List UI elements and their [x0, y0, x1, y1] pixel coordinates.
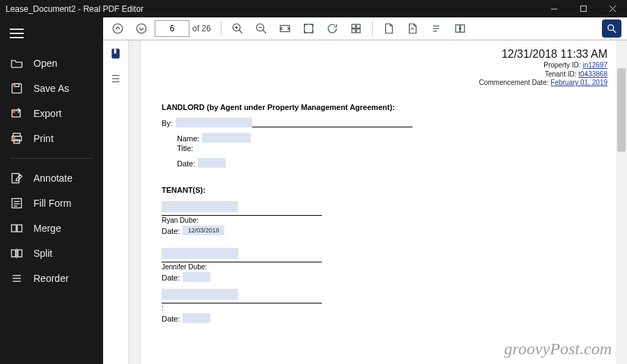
app-body: Open Save As Export Print Annotate: [0, 17, 627, 364]
zoom-out-button[interactable]: [251, 19, 272, 38]
page-header: 12/31/2018 11:33 AM Property ID: in12697…: [162, 47, 607, 88]
work-area: of 26: [103, 17, 627, 364]
svg-rect-19: [17, 225, 22, 232]
form-field[interactable]: [162, 289, 238, 300]
sidebar-item-print[interactable]: Print: [0, 126, 103, 151]
header-commencement-line: Commencement Date: February 01, 2019: [162, 79, 607, 88]
search-button[interactable]: [602, 19, 621, 38]
form-field[interactable]: [183, 272, 210, 282]
sidebar-item-label: Open: [33, 58, 57, 69]
form-field[interactable]: [198, 158, 226, 168]
toolbar-separator: [372, 21, 373, 36]
toolbar: of 26: [103, 17, 627, 40]
sidebar: Open Save As Export Print Annotate: [0, 17, 103, 364]
title-bar: Lease_Document2 - Real PDF Editor: [0, 0, 627, 17]
sidebar-item-label: Print: [33, 133, 54, 144]
next-page-button[interactable]: [131, 19, 152, 38]
svg-rect-37: [356, 24, 359, 28]
minimize-button[interactable]: [539, 0, 568, 17]
close-button[interactable]: [598, 0, 627, 17]
form-field[interactable]: [202, 133, 251, 143]
text-button[interactable]: [426, 19, 447, 38]
maximize-button[interactable]: [568, 0, 598, 17]
svg-rect-34: [280, 26, 290, 32]
viewer: 12/31/2018 11:33 AM Property ID: in12697…: [103, 40, 627, 364]
commencement-date-link[interactable]: February 01, 2019: [550, 79, 607, 86]
tenant1-name: Ryan Dube:: [162, 216, 329, 224]
vertical-scrollbar[interactable]: [616, 40, 627, 364]
sidebar-item-label: Annotate: [33, 173, 72, 184]
date-label: Date:: [162, 315, 180, 323]
header-tenant-line: Tenant ID: t0433868: [162, 70, 607, 79]
page-total-label: of 26: [192, 24, 211, 33]
tenant3-name: :: [162, 304, 329, 312]
svg-line-46: [613, 30, 616, 33]
form-field[interactable]: [162, 201, 238, 212]
tenant-id-link[interactable]: t0433868: [578, 70, 607, 78]
extract-button[interactable]: [449, 19, 470, 38]
thumbnails-button[interactable]: [346, 19, 366, 38]
property-id-link[interactable]: in12697: [582, 61, 607, 69]
zoom-in-button[interactable]: [227, 19, 248, 38]
prev-page-button[interactable]: [107, 19, 128, 38]
form-field[interactable]: [183, 313, 210, 323]
merge-icon: [10, 221, 24, 235]
sidebar-separator: [10, 158, 93, 159]
sidebar-item-export[interactable]: Export: [0, 101, 103, 126]
svg-point-45: [608, 25, 614, 31]
export-icon: [10, 106, 24, 120]
document-area[interactable]: 12/31/2018 11:33 AM Property ID: in12697…: [141, 40, 627, 364]
sidebar-item-save-as[interactable]: Save As: [0, 76, 103, 101]
svg-point-12: [13, 136, 15, 139]
svg-rect-36: [352, 24, 355, 28]
signature-line: [162, 303, 322, 303]
svg-rect-38: [352, 29, 355, 33]
sidebar-item-fill-form[interactable]: Fill Form: [0, 191, 103, 216]
edit-page-button[interactable]: [378, 19, 399, 38]
fit-page-button[interactable]: [298, 19, 319, 38]
sidebar-item-merge[interactable]: Merge: [0, 216, 103, 241]
tenant2-date-row: Date:: [162, 272, 329, 282]
sidebar-item-reorder[interactable]: Reorder: [0, 266, 103, 291]
sign-button[interactable]: [402, 19, 423, 38]
tenant3-date-row: Date:: [162, 313, 329, 323]
split-icon: [10, 246, 24, 260]
scrollbar-thumb[interactable]: [617, 68, 626, 152]
side-panel: [103, 40, 129, 364]
sidebar-item-label: Save As: [33, 83, 69, 94]
date-label: Date:: [162, 227, 180, 235]
name-label: Name:: [177, 134, 199, 143]
tenant3-block: : Date:: [162, 289, 329, 323]
toolbar-separator: [221, 21, 222, 36]
menu-button[interactable]: [0, 20, 103, 51]
signature-line: [162, 215, 322, 216]
bookmark-panel-button[interactable]: [108, 46, 123, 61]
svg-rect-18: [12, 225, 17, 232]
form-field[interactable]: [176, 118, 252, 127]
sidebar-item-label: Fill Form: [33, 198, 71, 209]
sidebar-item-label: Reorder: [33, 273, 69, 284]
tenant1-date-row: Date: 12/03/2018: [162, 225, 329, 235]
outline-panel-button[interactable]: [108, 71, 123, 86]
tenants-heading: TENANT(S):: [162, 186, 607, 194]
sidebar-item-label: Export: [33, 108, 61, 119]
form-field-date[interactable]: 12/03/2018: [183, 225, 224, 235]
fit-width-button[interactable]: [274, 19, 295, 38]
svg-rect-35: [304, 24, 313, 33]
annotate-icon: [10, 171, 24, 185]
title-label: Title:: [177, 144, 193, 152]
date-label: Date:: [177, 159, 195, 168]
svg-point-25: [113, 24, 123, 33]
form-field[interactable]: [162, 248, 238, 259]
signature-line: [252, 117, 412, 127]
sidebar-item-label: Split: [33, 248, 52, 259]
rotate-button[interactable]: [322, 19, 343, 38]
svg-rect-13: [12, 173, 19, 182]
sidebar-item-annotate[interactable]: Annotate: [0, 166, 103, 191]
sidebar-item-open[interactable]: Open: [0, 51, 103, 76]
sidebar-item-split[interactable]: Split: [0, 241, 103, 266]
name-row: Name:: [177, 133, 607, 143]
svg-line-32: [263, 30, 266, 33]
page-number-input[interactable]: [155, 20, 189, 37]
svg-rect-21: [18, 250, 22, 257]
